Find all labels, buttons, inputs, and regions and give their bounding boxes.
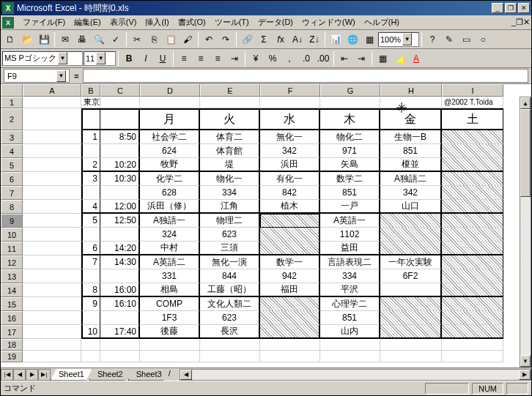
sort-desc-icon[interactable]: Z↓ (306, 31, 322, 48)
cell-D5[interactable]: 牧野 (140, 158, 200, 172)
cell-B6[interactable]: 3 (81, 172, 100, 186)
cell-F10[interactable] (260, 228, 320, 242)
cell-H6[interactable]: A独語二 (380, 172, 442, 186)
merge-icon[interactable]: ⇥ (226, 51, 243, 67)
pivot-icon[interactable]: ▦ (361, 31, 377, 48)
cell-C16[interactable] (100, 311, 140, 325)
cell-I5[interactable] (442, 158, 503, 172)
cell-E11[interactable]: 三須 (200, 242, 260, 255)
cell-I14[interactable] (442, 283, 503, 297)
cell-G9[interactable]: A英語一 (320, 214, 380, 228)
cell-A13[interactable] (23, 269, 81, 283)
cell-G8[interactable]: 一戸 (320, 200, 380, 214)
cell-I2[interactable]: 土 (442, 108, 503, 130)
cell-I6[interactable] (442, 172, 503, 186)
cell-F19[interactable] (260, 351, 320, 362)
cell-H16[interactable] (380, 311, 442, 325)
cell-F14[interactable]: 福田 (260, 283, 320, 297)
new-icon[interactable]: 🗋 (2, 31, 18, 48)
col-header-F[interactable]: F (260, 84, 320, 97)
row-header-16[interactable]: 16 (1, 311, 23, 325)
cell-E17[interactable]: 長沢 (200, 325, 260, 339)
link-icon[interactable]: 🔗 (239, 31, 255, 48)
cell-B13[interactable] (81, 269, 100, 283)
cell-D13[interactable]: 331 (140, 269, 200, 283)
cell-B4[interactable] (81, 144, 100, 158)
cell-C6[interactable]: 10:30 (100, 172, 140, 186)
cell-F9[interactable] (260, 214, 320, 228)
scroll-down-icon[interactable]: ▼ (520, 355, 531, 367)
cell-H9[interactable] (380, 214, 442, 228)
cell-A17[interactable] (23, 325, 81, 339)
indent-inc-icon[interactable]: ⇥ (353, 51, 369, 67)
cell-E10[interactable]: 623 (200, 228, 260, 242)
cell-C15[interactable]: 16:10 (100, 297, 140, 311)
row-header-12[interactable]: 12 (1, 255, 23, 269)
row-header-7[interactable]: 7 (1, 186, 23, 200)
cell-G17[interactable]: 山内 (320, 325, 380, 339)
cell-C19[interactable] (100, 351, 140, 362)
col-header-B[interactable]: B (81, 84, 100, 97)
scroll-up-icon[interactable]: ▲ (520, 97, 531, 109)
cell-D6[interactable]: 化学二 (140, 172, 200, 186)
cell-F6[interactable]: 有化一 (260, 172, 320, 186)
cell-D9[interactable]: A独語一 (140, 214, 200, 228)
col-header-H[interactable]: H (380, 84, 442, 97)
col-header-E[interactable]: E (200, 84, 260, 97)
menu-window[interactable]: ウィンドウ(W) (298, 17, 360, 28)
cell-G2[interactable]: 木 (320, 108, 380, 130)
cell-H19[interactable] (380, 351, 442, 362)
cell-G19[interactable] (320, 351, 380, 362)
maximize-button[interactable]: ❐ (505, 3, 517, 13)
underline-icon[interactable]: U (155, 51, 171, 67)
cell-E12[interactable]: 無化一演 (200, 255, 260, 269)
map-icon[interactable]: 🌐 (344, 31, 361, 48)
row-header-13[interactable]: 13 (1, 269, 23, 283)
cell-A4[interactable] (23, 144, 81, 158)
close-button[interactable]: ✕ (518, 3, 530, 13)
preview-icon[interactable]: 🔍 (91, 31, 107, 48)
copy-icon[interactable]: ⎘ (146, 31, 162, 48)
cell-I10[interactable] (442, 228, 503, 242)
print-icon[interactable]: 🖶 (74, 31, 90, 48)
row-header-14[interactable]: 14 (1, 283, 23, 297)
cell-D15[interactable]: COMP (140, 297, 200, 311)
cell-D8[interactable]: 浜田（修） (140, 200, 200, 214)
cell-F13[interactable]: 942 (260, 269, 320, 283)
cell-E7[interactable]: 334 (200, 186, 260, 200)
cell-B17[interactable]: 10 (81, 325, 100, 339)
scroll-left-icon[interactable]: ◀ (180, 370, 192, 380)
draw-icon[interactable]: ✎ (441, 31, 457, 48)
cell-D12[interactable]: A英語二 (140, 255, 200, 269)
menu-data[interactable]: データ(D) (254, 17, 298, 28)
sheet-tab-Sheet1[interactable]: Sheet1 (51, 369, 92, 381)
zoom-combo[interactable]: 100%▼ (378, 32, 419, 47)
align-right-icon[interactable]: ≡ (210, 51, 226, 67)
cell-G18[interactable] (320, 339, 380, 351)
cut-icon[interactable]: ✂ (129, 31, 145, 48)
cell-E4[interactable]: 体育館 (200, 144, 260, 158)
cell-H3[interactable]: 生物一B (380, 130, 442, 144)
cell-B15[interactable]: 9 (81, 297, 100, 311)
scroll-right-icon[interactable]: ▶ (519, 370, 531, 380)
cell-G14[interactable]: 平沢 (320, 283, 380, 297)
cell-I3[interactable] (442, 130, 503, 144)
cell-E14[interactable]: 工藤（昭） (200, 283, 260, 297)
cell-C18[interactable] (100, 339, 140, 351)
cell-D11[interactable]: 中村 (140, 242, 200, 255)
cell-C12[interactable]: 14:30 (100, 255, 140, 269)
cell-C2[interactable] (100, 108, 140, 130)
cell-B9[interactable]: 5 (81, 214, 100, 228)
cell-E1[interactable] (200, 97, 260, 108)
cell-C3[interactable]: 8:50 (100, 130, 140, 144)
cell-I12[interactable] (442, 255, 503, 269)
cell-B16[interactable] (81, 311, 100, 325)
cell-A16[interactable] (23, 311, 81, 325)
cell-H14[interactable] (380, 283, 442, 297)
cell-C10[interactable] (100, 228, 140, 242)
spell-icon[interactable]: ✓ (108, 31, 124, 48)
cell-F2[interactable]: 水 (260, 108, 320, 130)
scroll-thumb[interactable] (520, 109, 531, 197)
border-tool-icon[interactable]: ▭ (458, 31, 474, 48)
cell-I9[interactable] (442, 214, 503, 228)
